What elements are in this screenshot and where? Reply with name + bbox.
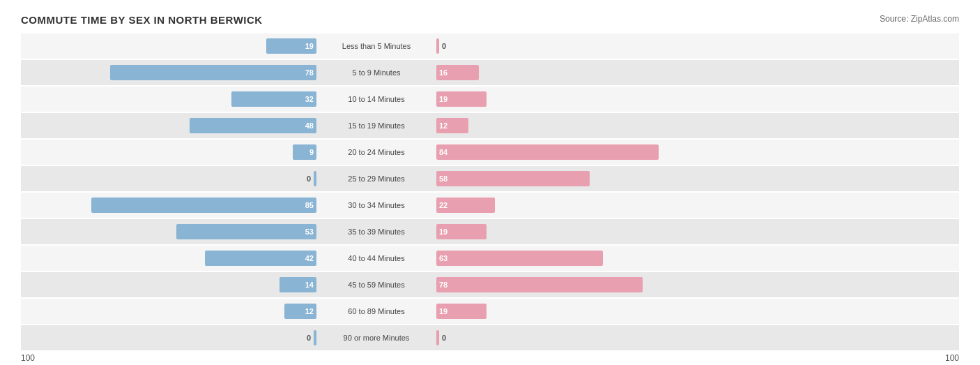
- left-section: 12: [21, 304, 321, 319]
- female-zero: 0: [439, 334, 449, 342]
- row-label: 25 to 29 Minutes: [321, 174, 432, 183]
- female-value: 19: [439, 307, 447, 315]
- male-zero: 0: [304, 174, 314, 183]
- female-bar: 19: [436, 91, 487, 107]
- row-label: 45 to 59 Minutes: [321, 281, 432, 289]
- male-bar: 53: [176, 224, 316, 239]
- chart-row: 48 15 to 19 Minutes 12: [21, 113, 959, 138]
- chart-container: COMMUTE TIME BY SEX IN NORTH BERWICK Sou…: [21, 14, 959, 365]
- chart-title: COMMUTE TIME BY SEX IN NORTH BERWICK: [21, 14, 263, 26]
- male-value: 85: [305, 201, 314, 209]
- row-label: 40 to 44 Minutes: [321, 254, 432, 262]
- right-section: 19: [432, 304, 959, 319]
- axis-right: 100: [945, 353, 959, 363]
- source-label: Source: ZipAtlas.com: [880, 14, 959, 24]
- female-value: 19: [439, 95, 447, 103]
- right-section: 12: [432, 118, 959, 133]
- female-value: 78: [439, 281, 447, 289]
- female-value: 63: [439, 254, 447, 262]
- female-value: 58: [439, 174, 447, 183]
- female-bar-container: 19: [436, 304, 959, 319]
- right-section: 0: [432, 330, 959, 345]
- male-value: 14: [305, 281, 314, 289]
- female-bar: 16: [436, 65, 479, 80]
- male-bar-container: 12: [21, 304, 316, 319]
- male-value: 32: [305, 95, 314, 103]
- male-bar: [314, 171, 316, 186]
- male-value: 12: [305, 307, 314, 315]
- female-value: 84: [439, 148, 447, 156]
- axis-labels: 100 100: [21, 353, 959, 363]
- male-bar-container: 53: [21, 224, 316, 239]
- female-bar: 12: [436, 118, 468, 133]
- left-section: 0: [21, 330, 321, 345]
- male-value: 9: [309, 148, 314, 156]
- right-section: 58: [432, 171, 959, 186]
- left-section: 32: [21, 91, 321, 107]
- row-label: 35 to 39 Minutes: [321, 228, 432, 236]
- female-bar-container: 0: [436, 38, 959, 54]
- male-bar: 78: [110, 65, 316, 80]
- left-section: 53: [21, 224, 321, 239]
- female-bar-container: 19: [436, 224, 959, 239]
- female-value: 22: [439, 201, 447, 209]
- row-label: 5 to 9 Minutes: [321, 68, 432, 77]
- male-value: 53: [305, 228, 314, 236]
- chart-row: 12 60 to 89 Minutes 19: [21, 299, 959, 324]
- female-bar-container: 0: [436, 330, 959, 345]
- chart-row: 53 35 to 39 Minutes 19: [21, 219, 959, 244]
- left-section: 19: [21, 38, 321, 54]
- female-value: 16: [439, 68, 447, 77]
- female-bar-container: 84: [436, 144, 959, 160]
- female-bar-container: 58: [436, 171, 959, 186]
- row-label: Less than 5 Minutes: [321, 42, 432, 50]
- left-section: 0: [21, 171, 321, 186]
- chart-area: 19 Less than 5 Minutes 0 78: [21, 33, 959, 350]
- male-bar: 9: [293, 144, 316, 160]
- male-zero: 0: [304, 334, 314, 342]
- left-section: 14: [21, 277, 321, 292]
- female-value: 19: [439, 228, 447, 236]
- row-label: 90 or more Minutes: [321, 334, 432, 342]
- chart-row: 42 40 to 44 Minutes 63: [21, 246, 959, 271]
- male-bar: [314, 330, 316, 345]
- female-bar-container: 12: [436, 118, 959, 133]
- chart-row: 85 30 to 34 Minutes 22: [21, 193, 959, 218]
- female-bar: 63: [436, 251, 603, 266]
- row-label: 15 to 19 Minutes: [321, 121, 432, 130]
- left-section: 85: [21, 198, 321, 213]
- chart-row: 14 45 to 59 Minutes 78: [21, 272, 959, 297]
- chart-row: 9 20 to 24 Minutes 84: [21, 140, 959, 165]
- male-bar-container: 78: [21, 65, 316, 80]
- male-bar: 12: [284, 304, 316, 319]
- female-bar-container: 63: [436, 251, 959, 266]
- male-bar: 85: [91, 198, 316, 213]
- male-value: 78: [305, 68, 314, 77]
- male-bar-container: 0: [21, 330, 316, 345]
- male-value: 19: [305, 42, 314, 50]
- row-label: 20 to 24 Minutes: [321, 148, 432, 156]
- male-bar: 48: [190, 118, 316, 133]
- right-section: 19: [432, 91, 959, 107]
- left-section: 48: [21, 118, 321, 133]
- female-bar: 84: [436, 144, 659, 160]
- left-section: 9: [21, 144, 321, 160]
- row-label: 60 to 89 Minutes: [321, 307, 432, 315]
- chart-row: 0 90 or more Minutes 0: [21, 325, 959, 350]
- male-bar-container: 19: [21, 38, 316, 54]
- male-bar-container: 0: [21, 171, 316, 186]
- axis-left: 100: [21, 353, 35, 363]
- right-section: 0: [432, 38, 959, 54]
- right-section: 84: [432, 144, 959, 160]
- male-value: 42: [305, 254, 314, 262]
- female-bar: 19: [436, 304, 487, 319]
- female-bar: 22: [436, 198, 495, 213]
- female-bar-container: 19: [436, 91, 959, 107]
- left-section: 78: [21, 65, 321, 80]
- row-label: 10 to 14 Minutes: [321, 95, 432, 103]
- right-section: 16: [432, 65, 959, 80]
- male-bar: 42: [205, 251, 316, 266]
- chart-row: 32 10 to 14 Minutes 19: [21, 87, 959, 112]
- male-bar: 32: [231, 91, 316, 107]
- right-section: 19: [432, 224, 959, 239]
